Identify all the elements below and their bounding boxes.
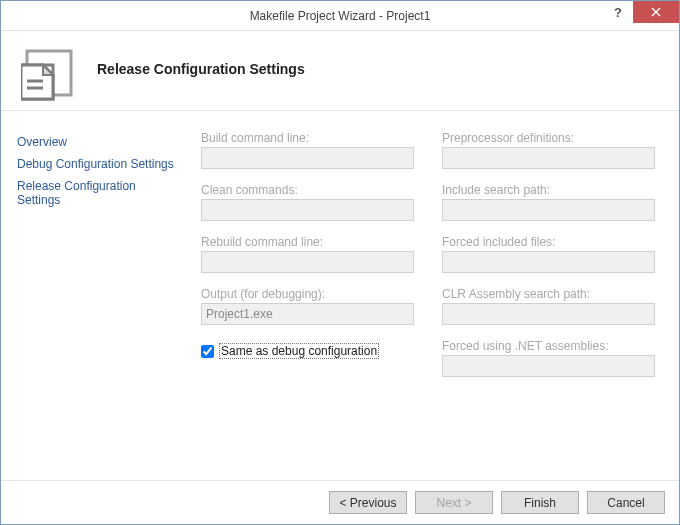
field-output: Output (for debugging): bbox=[201, 287, 414, 325]
window-title: Makefile Project Wizard - Project1 bbox=[250, 9, 431, 23]
input-preproc[interactable] bbox=[442, 147, 655, 169]
input-forced[interactable] bbox=[442, 251, 655, 273]
header: Release Configuration Settings bbox=[1, 31, 679, 111]
next-button[interactable]: Next > bbox=[415, 491, 493, 514]
input-output[interactable] bbox=[201, 303, 414, 325]
input-rebuild-cmd[interactable] bbox=[201, 251, 414, 273]
finish-button[interactable]: Finish bbox=[501, 491, 579, 514]
label-rebuild-cmd: Rebuild command line: bbox=[201, 235, 414, 249]
input-clean-cmd[interactable] bbox=[201, 199, 414, 221]
field-rebuild-cmd: Rebuild command line: bbox=[201, 235, 414, 273]
page-title: Release Configuration Settings bbox=[97, 45, 305, 77]
close-button[interactable] bbox=[633, 1, 679, 23]
field-netasm: Forced using .NET assemblies: bbox=[442, 339, 655, 377]
footer: < Previous Next > Finish Cancel bbox=[1, 480, 679, 524]
label-clean-cmd: Clean commands: bbox=[201, 183, 414, 197]
input-build-cmd[interactable] bbox=[201, 147, 414, 169]
form-area: Build command line: Clean commands: Rebu… bbox=[183, 111, 679, 480]
sidebar-item-overview[interactable]: Overview bbox=[17, 131, 177, 153]
titlebar-buttons: ? bbox=[603, 1, 679, 30]
field-include: Include search path: bbox=[442, 183, 655, 221]
field-forced: Forced included files: bbox=[442, 235, 655, 273]
label-include: Include search path: bbox=[442, 183, 655, 197]
field-clrpath: CLR Assembly search path: bbox=[442, 287, 655, 325]
label-forced: Forced included files: bbox=[442, 235, 655, 249]
left-column: Build command line: Clean commands: Rebu… bbox=[201, 131, 414, 474]
field-build-cmd: Build command line: bbox=[201, 131, 414, 169]
label-clrpath: CLR Assembly search path: bbox=[442, 287, 655, 301]
wizard-window: Makefile Project Wizard - Project1 ? Rel… bbox=[0, 0, 680, 525]
sidebar-item-debug-config[interactable]: Debug Configuration Settings bbox=[17, 153, 177, 175]
sidebar: Overview Debug Configuration Settings Re… bbox=[1, 111, 183, 480]
input-clrpath[interactable] bbox=[442, 303, 655, 325]
label-same-as-debug[interactable]: Same as debug configuration bbox=[219, 343, 379, 359]
label-output: Output (for debugging): bbox=[201, 287, 414, 301]
previous-button[interactable]: < Previous bbox=[329, 491, 407, 514]
body: Overview Debug Configuration Settings Re… bbox=[1, 111, 679, 480]
checkbox-same-as-debug[interactable] bbox=[201, 345, 214, 358]
label-build-cmd: Build command line: bbox=[201, 131, 414, 145]
help-button[interactable]: ? bbox=[603, 1, 633, 23]
titlebar: Makefile Project Wizard - Project1 ? bbox=[1, 1, 679, 31]
same-as-debug-row: Same as debug configuration bbox=[201, 343, 414, 359]
sidebar-item-release-config[interactable]: Release Configuration Settings bbox=[17, 175, 177, 211]
close-icon bbox=[651, 7, 661, 17]
right-column: Preprocessor definitions: Include search… bbox=[442, 131, 655, 474]
wizard-icon bbox=[21, 45, 77, 101]
field-clean-cmd: Clean commands: bbox=[201, 183, 414, 221]
label-preproc: Preprocessor definitions: bbox=[442, 131, 655, 145]
label-netasm: Forced using .NET assemblies: bbox=[442, 339, 655, 353]
field-preproc: Preprocessor definitions: bbox=[442, 131, 655, 169]
cancel-button[interactable]: Cancel bbox=[587, 491, 665, 514]
input-include[interactable] bbox=[442, 199, 655, 221]
input-netasm[interactable] bbox=[442, 355, 655, 377]
